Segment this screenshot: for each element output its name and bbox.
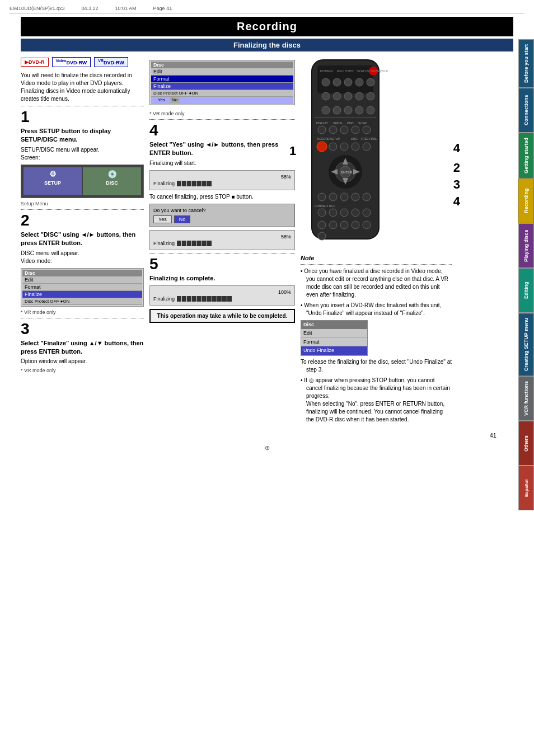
svg-text:DISC: DISC bbox=[351, 137, 358, 140]
svg-point-16 bbox=[367, 92, 374, 100]
svg-point-51 bbox=[352, 193, 359, 201]
svg-text:DISC: DISC bbox=[347, 121, 354, 125]
svg-point-13 bbox=[333, 92, 341, 100]
cancel-no-btn[interactable]: No bbox=[174, 215, 191, 223]
right-tab-bar: Before you start Connections Getting sta… bbox=[518, 39, 534, 510]
svg-point-28 bbox=[329, 126, 337, 134]
cancel-text: To cancel finalizing, press STOP ■ butto… bbox=[149, 193, 295, 201]
svg-text:STATUS: STATUS bbox=[357, 69, 369, 73]
block-c1 bbox=[177, 296, 181, 302]
note-item-3: To release the finalizing for the disc, … bbox=[301, 358, 452, 374]
block-c4 bbox=[192, 296, 196, 302]
progress-58-bar-row: Finalizing bbox=[153, 181, 291, 186]
disc-opt-finalize: Finalize bbox=[151, 83, 293, 90]
tab-vcr-functions[interactable]: VCR functions bbox=[518, 376, 534, 421]
svg-point-60 bbox=[329, 221, 337, 229]
block5 bbox=[197, 181, 202, 186]
tab-recording[interactable]: Recording bbox=[518, 179, 534, 223]
step-3-title: Select "Finalize" using ▲/▼ buttons, the… bbox=[21, 339, 144, 356]
file-info-bar: E9410UD(EN/SP)v1.qx3 04.3.22 10:01 AM Pa… bbox=[10, 6, 524, 14]
svg-point-17 bbox=[322, 106, 330, 114]
step-3-body: Option window will appear. bbox=[21, 358, 144, 365]
svg-point-58 bbox=[363, 209, 371, 217]
left-column: ▶DVD-R VideoDVD-RW VRDVD-RW You will nee… bbox=[21, 57, 144, 426]
progress-58b-bar-row: Finalizing bbox=[153, 241, 291, 246]
undo-finalize-menu: Disc Edit Format Undo Finalize bbox=[301, 320, 368, 355]
tab-connections[interactable]: Connections bbox=[518, 88, 534, 133]
step-1-body: SETUP/DISC menu will appear.Screen: bbox=[21, 146, 144, 162]
note-title: Note bbox=[301, 254, 452, 262]
svg-point-27 bbox=[318, 126, 326, 134]
svg-text:POWER: POWER bbox=[320, 69, 333, 73]
disc-opt-protect: Disc Protect OFF ●ON bbox=[151, 90, 293, 97]
svg-point-30 bbox=[352, 126, 359, 134]
svg-text:REC STBY: REC STBY bbox=[337, 69, 354, 73]
svg-point-52 bbox=[363, 193, 371, 201]
note-item-2: • When you insert a DVD-RW disc finalize… bbox=[301, 302, 452, 317]
setup-disc-screen: ⚙ SETUP 💿 DISC bbox=[21, 165, 144, 198]
svg-point-49 bbox=[329, 193, 337, 201]
block-c9 bbox=[217, 296, 222, 302]
finalizing-label-58: Finalizing bbox=[153, 181, 175, 186]
dvdr-badge: ▶DVD-R bbox=[21, 58, 49, 67]
svg-point-18 bbox=[333, 106, 341, 114]
setup-menu-caption: Setup Menu bbox=[21, 201, 144, 206]
remote-control-svg: POWER REC STBY STATUS SP/SQ/SLP bbox=[301, 57, 390, 247]
disc-menu-protect: Disc Protect OFF ●ON bbox=[22, 298, 142, 305]
progress-58b-percent: 58% bbox=[153, 234, 291, 240]
block-b2 bbox=[182, 241, 186, 246]
tab-editing[interactable]: Editing bbox=[518, 268, 534, 313]
mid-divider-1 bbox=[149, 119, 295, 120]
file-page: Page 41 bbox=[153, 6, 172, 11]
tab-creating-setup[interactable]: Creating SETUP menu bbox=[518, 313, 534, 376]
note-item-4: • If ◎ appear when pressing STOP button,… bbox=[301, 377, 452, 424]
divider-2 bbox=[21, 209, 144, 210]
disc-button-mock: 💿 DISC bbox=[83, 167, 141, 195]
block1 bbox=[177, 181, 181, 186]
cancel-dialog: Do you want to cancel? Yes No bbox=[149, 204, 295, 227]
undo-finalize-header: Disc bbox=[301, 321, 367, 329]
svg-point-59 bbox=[318, 221, 326, 229]
tab-before-you-start[interactable]: Before you start bbox=[518, 39, 534, 88]
setup-label: SETUP bbox=[44, 180, 61, 186]
svg-point-37 bbox=[340, 143, 348, 151]
svg-point-29 bbox=[340, 126, 348, 134]
svg-point-35 bbox=[317, 142, 327, 152]
progress-100-percent: 100% bbox=[153, 289, 291, 295]
block-c10 bbox=[222, 296, 227, 302]
svg-text:DISPLAY: DISPLAY bbox=[316, 121, 328, 125]
finalizing-blocks-58b bbox=[177, 241, 212, 246]
block2 bbox=[182, 181, 186, 186]
finalizing-progress-58b: 58% Finalizing bbox=[149, 230, 295, 250]
undo-edit: Edit bbox=[301, 329, 367, 338]
disc-opt-edit: Edit bbox=[151, 68, 293, 76]
block6 bbox=[202, 181, 207, 186]
svg-point-57 bbox=[352, 209, 359, 217]
tab-getting-started[interactable]: Getting started bbox=[518, 133, 534, 179]
step-4-body: Finalizing will start. bbox=[149, 159, 295, 167]
step-1-num: 1 bbox=[21, 109, 144, 125]
file-time: 10:01 AM bbox=[115, 6, 137, 11]
finalizing-blocks-58 bbox=[177, 181, 212, 186]
tab-espanol[interactable]: Español bbox=[518, 466, 534, 510]
remote-control-area: POWER REC STBY STATUS SP/SQ/SLP bbox=[301, 57, 452, 248]
cancel-yes-btn[interactable]: Yes bbox=[153, 215, 172, 223]
section-title: Finalizing the discs bbox=[21, 39, 513, 51]
block-b3 bbox=[187, 241, 191, 246]
disc-label: DISC bbox=[106, 180, 118, 186]
main-content: Recording Finalizing the discs ▶DVD-R Vi… bbox=[21, 14, 513, 454]
undo-finalize: Undo Finalize bbox=[301, 346, 367, 355]
note-divider bbox=[301, 264, 452, 265]
svg-point-12 bbox=[322, 92, 330, 100]
note-box: Note • Once you have finalized a disc re… bbox=[301, 254, 452, 424]
tab-others[interactable]: Others bbox=[518, 421, 534, 466]
disc-opt-format: Format bbox=[151, 76, 293, 83]
disc-menu-mock: Disc Edit Format Finalize Disc Protect O… bbox=[21, 268, 144, 307]
setup-icon: ⚙ bbox=[49, 170, 57, 179]
block-c3 bbox=[187, 296, 191, 302]
svg-text:FREE FINAL: FREE FINAL bbox=[361, 137, 377, 140]
tab-playing-discs[interactable]: Playing discs bbox=[518, 223, 534, 268]
block3 bbox=[187, 181, 191, 186]
svg-point-50 bbox=[340, 193, 348, 201]
block-b5 bbox=[197, 241, 202, 246]
